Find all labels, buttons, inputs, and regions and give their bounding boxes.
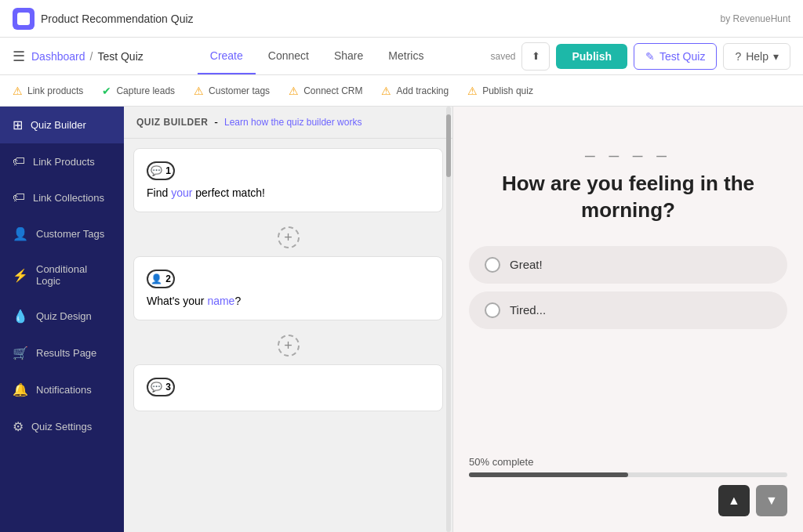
add-between-2-3: + — [133, 331, 443, 360]
header-separator: - — [214, 116, 218, 128]
chevron-down-icon: ▾ — [773, 50, 779, 63]
option-radio-great — [485, 257, 500, 273]
sidebar-label-customer-tags: Customer Tags — [36, 228, 104, 240]
sidebar-item-quiz-design[interactable]: 💧 Quiz Design — [0, 298, 124, 335]
sidebar-item-link-collections[interactable]: 🏷 Link Collections — [0, 179, 124, 215]
question-card-1[interactable]: 💬 1 Find your perfect match! — [133, 148, 443, 212]
sidebar-item-notifications[interactable]: 🔔 Notifications — [0, 371, 124, 408]
preview-panel: _ _ _ _ How are you feeling in the morni… — [453, 107, 803, 532]
nav-arrows: ▲ ▼ — [469, 485, 787, 516]
sidebar-item-quiz-settings[interactable]: ⚙ Quiz Settings — [0, 408, 124, 445]
warning-icon-customer-tags: ⚠ — [194, 85, 204, 97]
bell-icon: 🔔 — [13, 382, 28, 397]
tab-create[interactable]: Create — [198, 38, 256, 74]
ok-icon-capture-leads: ✔ — [102, 85, 111, 97]
sidebar-label-quiz-builder: Quiz Builder — [31, 119, 86, 131]
cart-icon: 🛒 — [13, 346, 28, 360]
sidebar-label-link-collections: Link Collections — [33, 192, 104, 204]
sidebar-item-results-page[interactable]: 🛒 Results Page — [0, 335, 124, 371]
gear-icon: ⚙ — [13, 419, 24, 434]
question-1-badge: 💬 1 — [147, 161, 175, 180]
help-button[interactable]: ? Help ▾ — [723, 43, 790, 70]
by-label: by RevenueHunt — [721, 13, 790, 24]
share-icon-button[interactable]: ⬆ — [521, 42, 550, 71]
question-card-3[interactable]: 💬 3 — [133, 364, 443, 411]
progress-fill — [469, 472, 628, 477]
learn-link[interactable]: Learn how the quiz builder works — [224, 117, 362, 128]
top-bar: Product Recommendation Quiz by RevenueHu… — [0, 0, 803, 38]
sidebar-label-quiz-design: Quiz Design — [36, 310, 92, 322]
breadcrumb-dashboard[interactable]: Dashboard — [31, 50, 85, 63]
question-1-header: 💬 1 — [147, 161, 430, 180]
preview-question: How are you feeling in the morning? — [469, 171, 787, 224]
add-question-btn-2[interactable]: + — [278, 335, 300, 356]
quiz-builder-panel: QUIZ BUILDER - Learn how the quiz builde… — [124, 107, 453, 532]
user-icon-q2: 👤 — [151, 273, 162, 284]
sidebar-item-link-products[interactable]: 🏷 Link Products — [0, 143, 124, 179]
questions-scroll: 💬 1 Find your perfect match! + — [124, 139, 452, 532]
quiz-builder-title: QUIZ BUILDER — [136, 117, 208, 128]
quiz-builder-header: QUIZ BUILDER - Learn how the quiz builde… — [124, 107, 452, 139]
share-icon: ⬆ — [532, 50, 540, 62]
scrollbar[interactable] — [445, 107, 451, 532]
nav-bar: ☰ Dashboard / Test Quiz Create Connect S… — [0, 38, 803, 75]
saved-label: saved — [490, 51, 515, 62]
sidebar: ⊞ Quiz Builder 🏷 Link Products 🏷 Link Co… — [0, 107, 124, 532]
question-3-header: 💬 3 — [147, 378, 430, 396]
sidebar-item-conditional-logic[interactable]: ⚡ Conditional Logic — [0, 252, 124, 298]
option-label-tired: Tired... — [510, 303, 546, 317]
chat-icon-q1: 💬 — [151, 165, 162, 176]
question-2-badge: 👤 2 — [147, 270, 175, 288]
highlight-your: your — [171, 186, 192, 199]
app-logo-area: Product Recommendation Quiz — [13, 8, 194, 30]
test-quiz-button[interactable]: ✎ Test Quiz — [634, 43, 717, 70]
nav-left: ☰ Dashboard / Test Quiz — [13, 48, 144, 65]
progress-connect-crm[interactable]: ⚠ Connect CRM — [289, 85, 362, 97]
progress-complete-label: 50% complete — [469, 456, 787, 468]
sidebar-item-customer-tags[interactable]: 👤 Customer Tags — [0, 215, 124, 252]
preview-underlines: _ _ _ _ — [585, 138, 670, 158]
progress-publish-quiz[interactable]: ⚠ Publish quiz — [467, 85, 533, 97]
sidebar-label-conditional-logic: Conditional Logic — [36, 263, 111, 287]
sidebar-label-results-page: Results Page — [36, 347, 96, 359]
hamburger-icon[interactable]: ☰ — [13, 48, 25, 65]
chat-icon-q3: 💬 — [151, 382, 162, 393]
warning-icon-connect-crm: ⚠ — [289, 85, 299, 97]
warning-icon-add-tracking: ⚠ — [381, 85, 391, 97]
progress-capture-leads[interactable]: ✔ Capture leads — [102, 85, 175, 97]
question-2-header: 👤 2 — [147, 270, 430, 288]
question-2-text: What's your name? — [147, 295, 430, 307]
progress-link-products[interactable]: ⚠ Link products — [13, 85, 83, 97]
question-3-badge: 💬 3 — [147, 378, 175, 396]
breadcrumb-separator: / — [90, 50, 93, 63]
tab-metrics[interactable]: Metrics — [376, 38, 436, 74]
tab-share[interactable]: Share — [322, 38, 376, 74]
progress-customer-tags[interactable]: ⚠ Customer tags — [194, 85, 270, 97]
preview-footer: 50% complete ▲ ▼ — [469, 456, 787, 516]
progress-add-tracking[interactable]: ⚠ Add tracking — [381, 85, 449, 97]
tag-icon-products: 🏷 — [13, 154, 25, 168]
question-1-num: 1 — [165, 165, 171, 176]
arrow-down-button[interactable]: ▼ — [756, 485, 787, 516]
nav-tabs: Create Connect Share Metrics — [198, 38, 437, 74]
option-label-great: Great! — [510, 258, 543, 271]
arrow-up-button[interactable]: ▲ — [718, 485, 750, 516]
grid-icon: ⊞ — [13, 118, 23, 132]
sidebar-label-quiz-settings: Quiz Settings — [31, 421, 92, 432]
drop-icon: 💧 — [13, 309, 28, 324]
publish-button[interactable]: Publish — [556, 44, 627, 69]
add-question-btn-1[interactable]: + — [278, 226, 300, 248]
sidebar-item-quiz-builder[interactable]: ⊞ Quiz Builder — [0, 107, 124, 143]
question-1-text: Find your perfect match! — [147, 186, 430, 199]
question-card-2[interactable]: 👤 2 What's your name? — [133, 256, 443, 320]
warning-icon-publish-quiz: ⚠ — [467, 85, 478, 97]
preview-content: _ _ _ _ How are you feeling in the morni… — [469, 138, 787, 337]
user-icon-tags: 👤 — [13, 226, 28, 241]
preview-option-great[interactable]: Great! — [469, 246, 787, 284]
breadcrumb-current: Test Quiz — [97, 50, 143, 63]
preview-option-tired[interactable]: Tired... — [469, 291, 787, 329]
warning-icon-link-products: ⚠ — [13, 85, 23, 97]
tag-icon-collections: 🏷 — [13, 190, 25, 204]
tab-connect[interactable]: Connect — [256, 38, 322, 74]
highlight-name: name — [207, 295, 234, 307]
